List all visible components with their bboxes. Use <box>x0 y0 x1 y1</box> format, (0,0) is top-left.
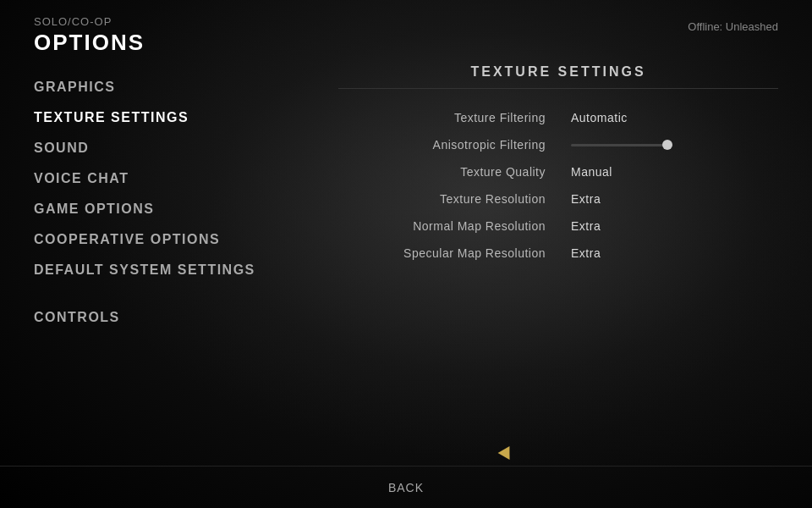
bottom-bar: Back <box>0 466 812 508</box>
setting-row-normal-map-resolution: Normal Map Resolution Extra <box>338 213 778 240</box>
top-bar: SOLO/CO-OP OPTIONS Offline: Unleashed <box>0 0 812 56</box>
breadcrumb-top: SOLO/CO-OP <box>34 15 145 28</box>
setting-row-specular-map-resolution: Specular Map Resolution Extra <box>338 240 778 267</box>
main-container: SOLO/CO-OP OPTIONS Offline: Unleashed GR… <box>0 0 812 508</box>
sidebar-item-voice-chat[interactable]: VOICE CHAT <box>34 164 304 193</box>
anisotropic-slider-container <box>571 144 778 146</box>
main-content: GRAPHICS TEXTURE SETTINGS SOUND VOICE CH… <box>0 56 812 466</box>
breadcrumb: SOLO/CO-OP OPTIONS <box>34 15 145 56</box>
setting-row-texture-resolution: Texture Resolution Extra <box>338 185 778 213</box>
sidebar-item-sound[interactable]: SOUND <box>34 134 304 163</box>
page-title: OPTIONS <box>34 30 145 56</box>
sidebar-item-controls[interactable]: CONTROLS <box>34 303 304 332</box>
setting-label-normal-map-resolution: Normal Map Resolution <box>338 219 571 233</box>
setting-row-texture-filtering: Texture Filtering Automatic <box>338 104 778 131</box>
panel-title: TEXTURE SETTINGS <box>338 64 778 89</box>
right-panel: TEXTURE SETTINGS Texture Filtering Autom… <box>304 64 812 466</box>
setting-value-specular-map-resolution[interactable]: Extra <box>571 246 778 260</box>
sidebar-item-cooperative-options[interactable]: COOPERATIVE OPTIONS <box>34 225 304 254</box>
setting-value-texture-quality[interactable]: Manual <box>571 165 778 179</box>
settings-table: Texture Filtering Automatic Anisotropic … <box>338 104 778 267</box>
anisotropic-slider-thumb[interactable] <box>662 140 672 150</box>
anisotropic-slider-track[interactable] <box>571 144 672 146</box>
setting-label-anisotropic-filtering: Anisotropic Filtering <box>338 138 571 152</box>
nav-separator <box>34 286 304 301</box>
setting-label-texture-resolution: Texture Resolution <box>338 192 571 206</box>
sidebar-item-graphics[interactable]: GRAPHICS <box>34 73 304 102</box>
setting-label-texture-filtering: Texture Filtering <box>338 111 571 124</box>
sidebar: GRAPHICS TEXTURE SETTINGS SOUND VOICE CH… <box>0 64 304 466</box>
sidebar-item-game-options[interactable]: GAME OPTIONS <box>34 195 304 224</box>
status-text: Offline: Unleashed <box>688 20 778 33</box>
setting-value-normal-map-resolution[interactable]: Extra <box>571 219 778 233</box>
setting-row-anisotropic-filtering: Anisotropic Filtering <box>338 131 778 158</box>
setting-label-texture-quality: Texture Quality <box>338 165 571 179</box>
back-button[interactable]: Back <box>388 481 424 494</box>
sidebar-item-default-system-settings[interactable]: DEFAULT SYSTEM SETTINGS <box>34 256 304 284</box>
sidebar-item-texture-settings[interactable]: TEXTURE SETTINGS <box>34 103 304 132</box>
setting-value-texture-filtering[interactable]: Automatic <box>571 111 778 124</box>
setting-label-specular-map-resolution: Specular Map Resolution <box>338 246 571 260</box>
setting-value-texture-resolution[interactable]: Extra <box>571 192 778 206</box>
setting-row-texture-quality: Texture Quality Manual <box>338 158 778 185</box>
